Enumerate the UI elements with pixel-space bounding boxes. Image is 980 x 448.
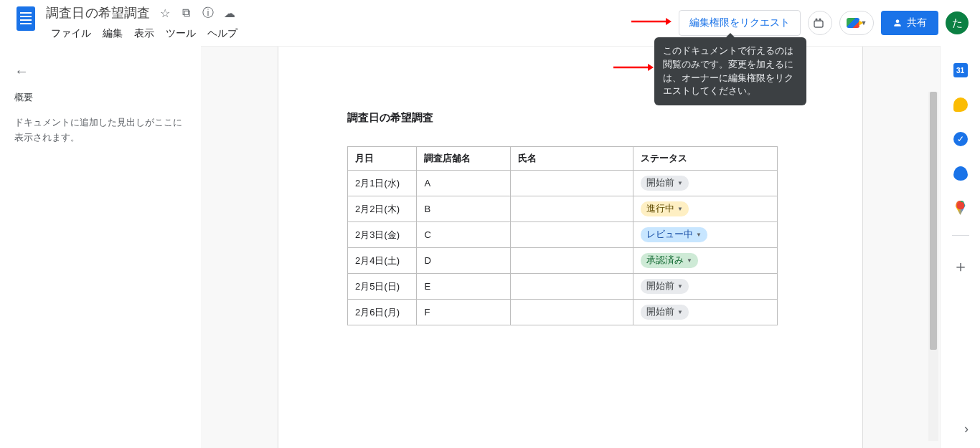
svg-point-1 bbox=[815, 18, 817, 20]
cell-store: A bbox=[417, 171, 511, 196]
back-arrow-icon[interactable]: ← bbox=[14, 63, 187, 80]
expand-side-panel-icon[interactable]: › bbox=[964, 421, 969, 437]
outline-hint: ドキュメントに追加した見出しがここに表示されます。 bbox=[14, 115, 187, 146]
app-header: 調査日の希望調査 ☆ ⧉ ⓘ ☁ ファイル 編集 表示 ツール ヘルプ 編集権限… bbox=[0, 0, 980, 46]
side-panel: ＋ bbox=[940, 46, 980, 448]
meet-button[interactable]: ▼ bbox=[839, 11, 874, 35]
cell-date: 2月4日(土) bbox=[348, 248, 417, 274]
chevron-down-icon: ▼ bbox=[677, 206, 683, 212]
contacts-icon[interactable] bbox=[953, 166, 968, 181]
side-panel-divider bbox=[952, 235, 969, 236]
tasks-icon[interactable] bbox=[953, 132, 968, 146]
document-title[interactable]: 調査日の希望調査 bbox=[46, 4, 151, 22]
menu-help[interactable]: ヘルプ bbox=[202, 24, 242, 43]
cell-status: 承認済み ▼ bbox=[633, 248, 777, 274]
menu-view[interactable]: 表示 bbox=[129, 24, 159, 43]
table-row: 2月2日(木)B進行中 ▼ bbox=[348, 196, 778, 222]
svg-marker-6 bbox=[648, 64, 654, 71]
annotation-arrow-2 bbox=[613, 62, 654, 73]
chat-icon[interactable] bbox=[808, 11, 832, 35]
request-edit-button[interactable]: 編集権限をリクエスト bbox=[679, 10, 801, 36]
cell-name bbox=[511, 196, 633, 222]
cell-date: 2月1日(水) bbox=[348, 171, 417, 196]
cell-status: 開始前 ▼ bbox=[633, 274, 777, 300]
account-avatar[interactable]: た bbox=[946, 11, 969, 34]
cell-name bbox=[511, 274, 633, 300]
cell-name bbox=[511, 300, 633, 325]
menu-bar: ファイル 編集 表示 ツール ヘルプ bbox=[46, 24, 679, 43]
cell-status: 開始前 ▼ bbox=[633, 171, 777, 196]
col-status: ステータス bbox=[633, 147, 777, 171]
cell-name bbox=[511, 171, 633, 196]
cell-store: B bbox=[417, 196, 511, 222]
share-label: 共有 bbox=[907, 16, 927, 29]
document-heading: 調査日の希望調査 bbox=[347, 111, 793, 125]
document-canvas[interactable]: 調査日の希望調査 月日 調査店舗名 氏名 ステータス 2月1日(水)A開始前 ▼… bbox=[201, 46, 940, 448]
cell-name bbox=[511, 248, 633, 274]
col-date: 月日 bbox=[348, 147, 417, 171]
cell-name bbox=[511, 222, 633, 248]
document-page: 調査日の希望調査 月日 調査店舗名 氏名 ステータス 2月1日(水)A開始前 ▼… bbox=[278, 47, 863, 448]
cell-date: 2月2日(木) bbox=[348, 196, 417, 222]
docs-logo[interactable] bbox=[11, 4, 40, 33]
outline-panel: ← 概要 ドキュメントに追加した見出しがここに表示されます。 bbox=[0, 46, 201, 448]
person-icon bbox=[892, 18, 903, 28]
svg-marker-4 bbox=[666, 18, 672, 25]
table-row: 2月3日(金)Cレビュー中 ▼ bbox=[348, 222, 778, 248]
status-chip[interactable]: 承認済み ▼ bbox=[641, 253, 698, 268]
status-chip[interactable]: 開始前 ▼ bbox=[641, 305, 689, 320]
outline-title: 概要 bbox=[14, 91, 187, 104]
cell-status: 進行中 ▼ bbox=[633, 196, 777, 222]
svg-rect-0 bbox=[814, 21, 823, 27]
chevron-down-icon: ▼ bbox=[696, 232, 702, 238]
meet-icon bbox=[847, 18, 859, 28]
request-edit-tooltip: このドキュメントで行えるのは閲覧のみです。変更を加えるには、オーナーに編集権限を… bbox=[654, 37, 806, 105]
cell-status: 開始前 ▼ bbox=[633, 300, 777, 325]
scrollbar-thumb[interactable] bbox=[930, 92, 937, 350]
menu-tools[interactable]: ツール bbox=[161, 24, 201, 43]
status-chip[interactable]: 進行中 ▼ bbox=[641, 201, 689, 216]
vertical-scrollbar[interactable] bbox=[928, 92, 938, 441]
cell-store: D bbox=[417, 248, 511, 274]
cell-status: レビュー中 ▼ bbox=[633, 222, 777, 248]
table-row: 2月4日(土)D承認済み ▼ bbox=[348, 248, 778, 274]
schedule-table: 月日 調査店舗名 氏名 ステータス 2月1日(水)A開始前 ▼2月2日(木)B進… bbox=[347, 146, 778, 325]
chevron-down-icon: ▼ bbox=[687, 257, 692, 264]
col-store: 調査店舗名 bbox=[417, 147, 511, 171]
cell-date: 2月3日(金) bbox=[348, 222, 417, 248]
cell-store: C bbox=[417, 222, 511, 248]
col-name: 氏名 bbox=[511, 147, 633, 171]
info-icon[interactable]: ⓘ bbox=[201, 6, 215, 20]
status-chip[interactable]: 開始前 ▼ bbox=[641, 279, 689, 294]
chevron-down-icon: ▼ bbox=[677, 283, 683, 290]
status-chip[interactable]: レビュー中 ▼ bbox=[641, 227, 707, 242]
table-row: 2月6日(月)F開始前 ▼ bbox=[348, 300, 778, 325]
status-chip[interactable]: 開始前 ▼ bbox=[641, 176, 689, 191]
annotation-arrow-1 bbox=[631, 16, 672, 27]
cell-store: E bbox=[417, 274, 511, 300]
star-icon[interactable]: ☆ bbox=[158, 6, 172, 20]
calendar-icon[interactable] bbox=[953, 63, 968, 77]
table-header-row: 月日 調査店舗名 氏名 ステータス bbox=[348, 147, 778, 171]
add-addon-icon[interactable]: ＋ bbox=[953, 256, 969, 277]
cloud-icon[interactable]: ☁ bbox=[222, 6, 237, 20]
move-icon[interactable]: ⧉ bbox=[179, 6, 194, 20]
cell-date: 2月5日(日) bbox=[348, 274, 417, 300]
chevron-down-icon: ▼ bbox=[677, 309, 683, 315]
keep-icon[interactable] bbox=[953, 97, 968, 112]
menu-file[interactable]: ファイル bbox=[46, 24, 96, 43]
menu-edit[interactable]: 編集 bbox=[98, 24, 128, 43]
table-row: 2月1日(水)A開始前 ▼ bbox=[348, 171, 778, 196]
maps-icon[interactable] bbox=[956, 201, 966, 215]
cell-date: 2月6日(月) bbox=[348, 300, 417, 325]
svg-point-2 bbox=[819, 18, 821, 20]
table-row: 2月5日(日)E開始前 ▼ bbox=[348, 274, 778, 300]
share-button[interactable]: 共有 bbox=[881, 11, 938, 35]
cell-store: F bbox=[417, 300, 511, 325]
chevron-down-icon: ▼ bbox=[677, 180, 683, 186]
